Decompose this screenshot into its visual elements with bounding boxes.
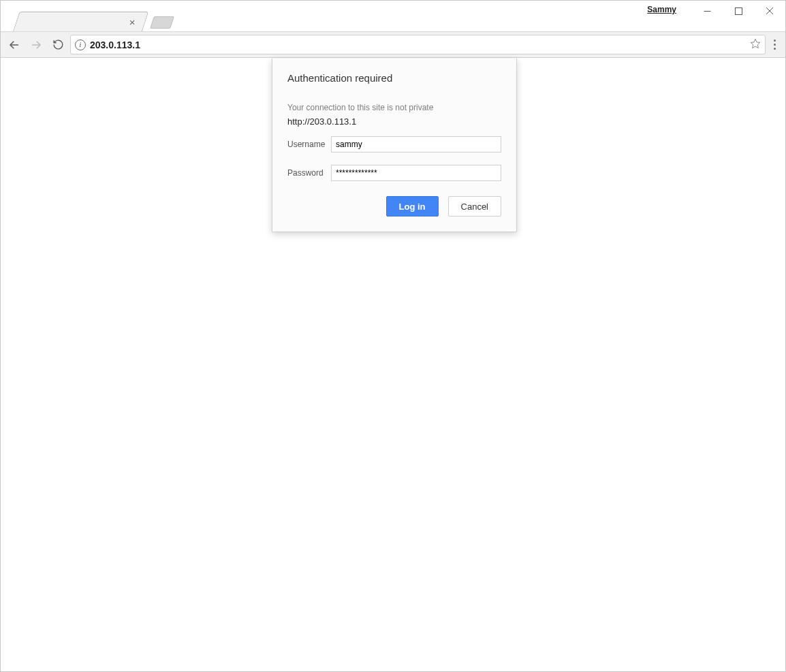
- password-input[interactable]: [331, 165, 501, 181]
- svg-marker-6: [751, 39, 759, 48]
- site-info-icon[interactable]: i: [75, 39, 86, 50]
- reload-button[interactable]: [48, 35, 67, 54]
- browser-window: Sammy ×: [0, 0, 786, 672]
- cancel-button[interactable]: Cancel: [448, 196, 501, 217]
- profile-name: Sammy: [647, 5, 676, 14]
- titlebar: Sammy ×: [1, 1, 785, 31]
- chrome-menu-button[interactable]: [768, 39, 781, 50]
- address-bar[interactable]: i 203.0.113.1: [70, 35, 766, 54]
- username-label: Username: [287, 140, 331, 149]
- forward-button[interactable]: [27, 35, 46, 54]
- svg-rect-1: [735, 7, 742, 14]
- auth-dialog: Authentication required Your connection …: [272, 59, 517, 232]
- tab-strip: ×: [6, 11, 172, 31]
- dialog-buttons: Log in Cancel: [287, 196, 501, 217]
- dialog-warning: Your connection to this site is not priv…: [287, 103, 501, 112]
- new-tab-button[interactable]: [150, 16, 174, 29]
- username-input[interactable]: [331, 136, 501, 153]
- dialog-origin: http://203.0.113.1: [287, 116, 501, 127]
- maximize-button[interactable]: [723, 1, 754, 21]
- url-text: 203.0.113.1: [90, 39, 140, 50]
- active-tab[interactable]: ×: [13, 12, 148, 31]
- password-label: Password: [287, 168, 331, 178]
- back-button[interactable]: [5, 35, 24, 54]
- minimize-button[interactable]: [691, 1, 723, 21]
- toolbar: i 203.0.113.1: [1, 31, 785, 58]
- close-tab-icon[interactable]: ×: [125, 16, 140, 28]
- bookmark-star-icon[interactable]: [750, 38, 761, 51]
- username-row: Username: [287, 136, 501, 153]
- login-button[interactable]: Log in: [386, 196, 439, 217]
- close-window-button[interactable]: [754, 1, 785, 21]
- page-content: Authentication required Your connection …: [1, 59, 785, 671]
- window-controls: [691, 1, 785, 21]
- dialog-title: Authentication required: [287, 72, 501, 84]
- password-row: Password: [287, 165, 501, 181]
